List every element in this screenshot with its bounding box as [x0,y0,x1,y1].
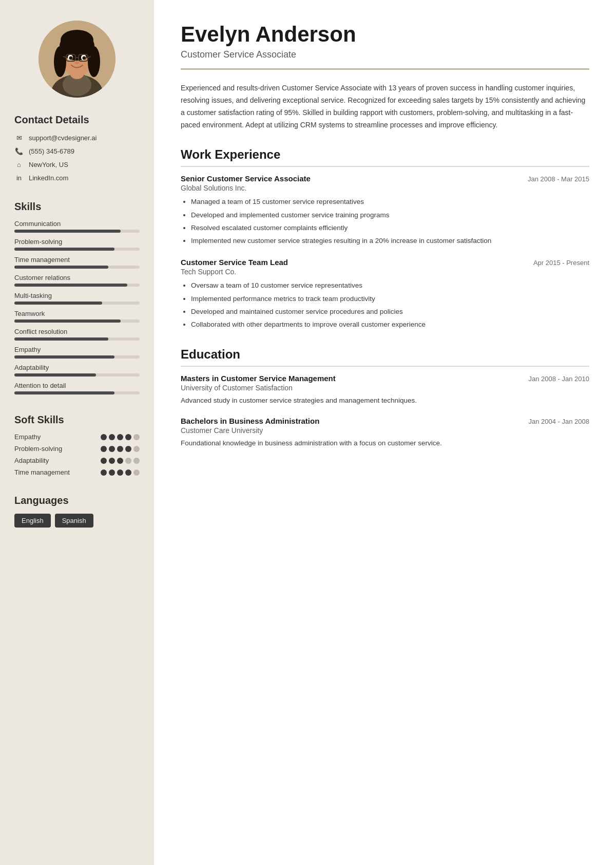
dot-filled [109,458,115,464]
soft-skill-name: Problem-solving [14,445,101,453]
dot-empty [133,434,140,440]
job-bullet: Implemented new customer service strateg… [191,235,589,247]
job-company: Global Solutions Inc. [181,184,589,192]
edu-desc: Foundational knowledge in business admin… [181,438,589,449]
job-bullet: Oversaw a team of 10 customer service re… [191,280,589,291]
skill-bar-bg [14,248,140,251]
header-divider [181,68,589,70]
contact-section: Contact Details ✉ support@cvdesigner.ai … [14,114,140,186]
edu-school: Customer Care University [181,426,589,435]
dot-filled [117,458,123,464]
skills-list: Communication Problem-solving Time manag… [14,220,140,394]
dots-container [101,434,140,440]
education-section: Education Masters in Customer Service Ma… [181,347,589,449]
svg-point-6 [54,46,66,77]
dot-filled [109,434,115,440]
job-title: Customer Service Team Lead [181,258,288,267]
location-value: NewYork, US [29,161,68,168]
dot-empty [133,446,140,452]
skill-name: Empathy [14,346,140,353]
soft-skills-title: Soft Skills [14,414,140,426]
dot-filled [125,434,131,440]
name-title-section: Evelyn Anderson Customer Service Associa… [181,23,589,60]
skill-bar-bg [14,266,140,269]
contact-email: ✉ support@cvdesigner.ai [14,133,140,142]
language-tag: Spanish [55,514,93,528]
skill-bar-fill [14,319,121,323]
job-entry: Customer Service Team Lead Apr 2015 - Pr… [181,258,589,330]
soft-skill-name: Time management [14,468,101,476]
email-icon: ✉ [14,133,24,142]
soft-skill-item: Problem-solving [14,445,140,453]
soft-skill-item: Empathy [14,433,140,441]
education-title: Education [181,347,589,367]
job-bullet: Developed and maintained customer servic… [191,306,589,317]
dots-container [101,458,140,464]
job-bullets: Managed a team of 15 customer service re… [181,196,589,247]
dot-filled [101,469,107,476]
dot-filled [109,469,115,476]
skills-section: Skills Communication Problem-solving Tim… [14,201,140,400]
edu-degree: Masters in Customer Service Management [181,374,336,383]
skill-bar-bg [14,319,140,323]
dot-empty [125,458,131,464]
job-bullet: Resolved escalated customer complaints e… [191,222,589,234]
job-bullet: Implemented performance metrics to track… [191,293,589,305]
job-title: Senior Customer Service Associate [181,174,311,183]
job-entry: Senior Customer Service Associate Jan 20… [181,174,589,247]
edu-date: Jan 2008 - Jan 2010 [528,375,589,383]
dot-filled [125,446,131,452]
contact-location: ⌂ NewYork, US [14,160,140,169]
dot-empty [133,469,140,476]
candidate-name: Evelyn Anderson [181,23,589,46]
job-company: Tech Support Co. [181,268,589,276]
location-icon: ⌂ [14,160,24,169]
work-experience-title: Work Experience [181,147,589,167]
edu-header: Bachelors in Business Administration Jan… [181,417,589,425]
skill-item: Multi-tasking [14,292,140,305]
skill-bar-fill [14,355,114,359]
summary-text: Experienced and results-driven Customer … [181,82,589,131]
edu-degree: Bachelors in Business Administration [181,417,319,425]
job-header: Senior Customer Service Associate Jan 20… [181,174,589,183]
email-value: support@cvdesigner.ai [29,134,97,142]
contact-section-title: Contact Details [14,114,140,126]
dot-filled [117,446,123,452]
avatar-image [38,21,116,98]
job-bullet: Collaborated with other departments to i… [191,319,589,330]
skill-item: Conflict resolution [14,328,140,341]
edu-entry: Bachelors in Business Administration Jan… [181,417,589,449]
linkedin-icon: in [14,173,24,182]
skill-bar-bg [14,230,140,233]
soft-skills-section: Soft Skills Empathy Problem-solving Adap… [14,414,140,480]
soft-skill-item: Time management [14,468,140,476]
languages-title: Languages [14,495,140,506]
job-bullet: Developed and implemented customer servi… [191,210,589,221]
skill-item: Attention to detail [14,382,140,394]
dots-container [101,469,140,476]
svg-point-18 [75,61,79,64]
skill-name: Communication [14,220,140,228]
skill-item: Empathy [14,346,140,359]
skill-bar-fill [14,266,108,269]
language-tag: English [14,514,51,528]
linkedin-value: LinkedIn.com [29,174,68,182]
dot-filled [117,434,123,440]
skill-name: Problem-solving [14,238,140,246]
edu-desc: Advanced study in customer service strat… [181,395,589,406]
soft-skill-name: Empathy [14,433,101,441]
dot-filled [117,469,123,476]
skill-name: Multi-tasking [14,292,140,299]
work-experience-list: Senior Customer Service Associate Jan 20… [181,174,589,330]
skill-bar-bg [14,284,140,287]
dot-filled [101,446,107,452]
svg-point-7 [88,46,100,77]
skill-bar-fill [14,391,114,394]
dot-filled [125,469,131,476]
edu-header: Masters in Customer Service Management J… [181,374,589,383]
skill-bar-bg [14,337,140,341]
skill-bar-bg [14,302,140,305]
dots-container [101,446,140,452]
phone-icon: 📞 [14,146,24,156]
skill-name: Attention to detail [14,382,140,389]
